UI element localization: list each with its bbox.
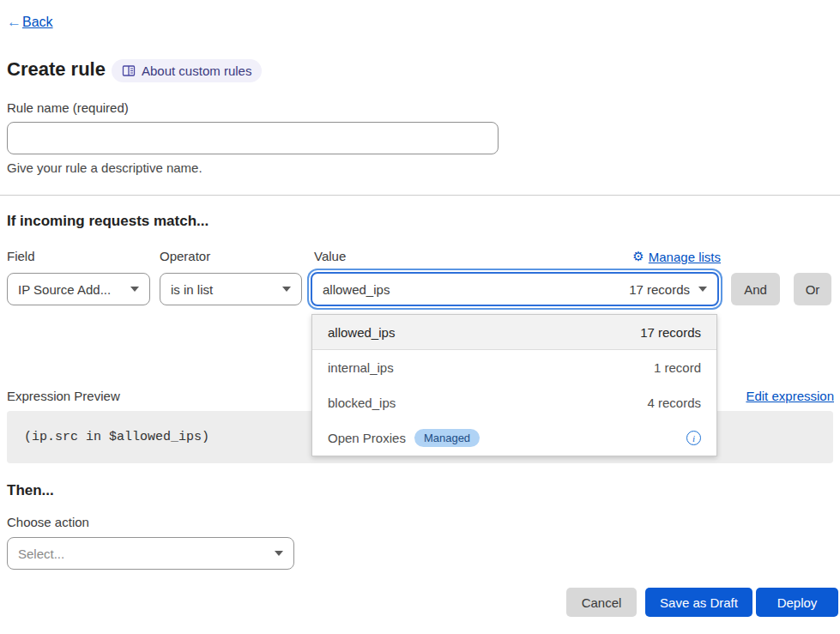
operator-column-label: Operator — [160, 249, 210, 263]
list-dropdown-menu: allowed_ips 17 records internal_ips 1 re… — [311, 314, 717, 456]
page-title: Create rule — [7, 58, 106, 81]
list-name: Open Proxies — [328, 431, 406, 445]
or-button[interactable]: Or — [794, 273, 831, 305]
info-icon[interactable]: i — [686, 431, 701, 445]
chevron-down-icon — [275, 551, 283, 556]
expression-preview-label: Expression Preview — [7, 389, 120, 403]
list-record-count: 1 record — [654, 360, 701, 375]
field-select[interactable]: IP Source Add... — [7, 273, 150, 305]
gear-icon: ⚙ — [632, 249, 644, 264]
operator-select-value: is in list — [171, 282, 213, 297]
then-section-heading: Then... — [7, 482, 54, 499]
list-record-count: 4 records — [647, 395, 701, 410]
list-name: blocked_ips — [328, 395, 396, 410]
section-divider — [0, 195, 840, 196]
rule-name-input[interactable] — [7, 122, 499, 154]
list-name: allowed_ips — [328, 325, 395, 340]
manage-lists-link[interactable]: ⚙ Manage lists — [626, 249, 721, 264]
choose-action-label: Choose action — [7, 515, 89, 529]
field-column-label: Field — [7, 249, 35, 263]
expression-code: (ip.src in $allowed_ips) — [24, 430, 209, 444]
dropdown-option-allowed-ips[interactable]: allowed_ips 17 records — [312, 315, 716, 350]
cancel-button[interactable]: Cancel — [566, 588, 637, 617]
edit-expression-link[interactable]: Edit expression — [746, 389, 834, 403]
about-custom-rules-label: About custom rules — [142, 63, 251, 78]
back-link-label: Back — [22, 15, 53, 30]
back-link[interactable]: ←Back — [7, 14, 53, 31]
value-select-value: allowed_ips — [323, 282, 390, 297]
action-select[interactable]: Select... — [7, 537, 294, 570]
action-select-placeholder: Select... — [18, 546, 64, 561]
rule-name-help-text: Give your rule a descriptive name. — [7, 160, 202, 175]
match-section-heading: If incoming requests match... — [7, 213, 208, 230]
about-custom-rules-link[interactable]: About custom rules — [112, 59, 262, 82]
dropdown-option-open-proxies[interactable]: Open Proxies Managed i — [312, 420, 716, 456]
dropdown-option-internal-ips[interactable]: internal_ips 1 record — [312, 350, 716, 385]
managed-badge: Managed — [414, 429, 480, 447]
book-icon — [122, 64, 136, 77]
chevron-down-icon — [282, 287, 291, 292]
value-select-record-count: 17 records — [629, 282, 690, 297]
chevron-down-icon — [130, 287, 139, 292]
rule-name-label: Rule name (required) — [7, 100, 129, 115]
operator-select[interactable]: is in list — [160, 273, 302, 305]
create-rule-page: ←Back Create rule About custom rules Rul… — [0, 0, 840, 634]
chevron-down-icon — [698, 287, 707, 292]
deploy-button[interactable]: Deploy — [756, 588, 838, 617]
list-name: internal_ips — [328, 360, 394, 375]
manage-lists-label: Manage lists — [649, 250, 721, 264]
field-select-value: IP Source Add... — [18, 282, 111, 297]
save-as-draft-button[interactable]: Save as Draft — [645, 588, 752, 617]
value-column-label: Value — [314, 249, 346, 263]
and-button[interactable]: And — [731, 273, 780, 305]
value-select[interactable]: allowed_ips 17 records — [311, 272, 719, 306]
back-arrow-icon: ← — [7, 14, 21, 31]
list-record-count: 17 records — [640, 325, 701, 340]
dropdown-option-blocked-ips[interactable]: blocked_ips 4 records — [312, 385, 716, 420]
